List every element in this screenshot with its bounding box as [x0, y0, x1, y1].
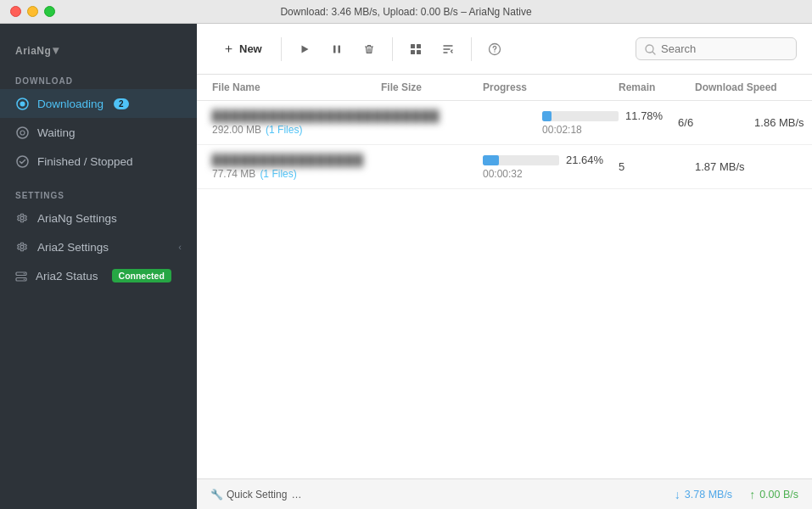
svg-rect-11 — [411, 44, 415, 48]
download-speed: ↓ 3.78 MB/s — [675, 488, 732, 501]
col-filename: File Name — [212, 81, 381, 93]
delete-button[interactable] — [355, 35, 384, 64]
aria2-status-label: Aria2 Status — [36, 270, 98, 282]
sidebar-item-finished[interactable]: Finished / Stopped — [0, 147, 197, 176]
table-content: ████████████████████████ 292.00 MB (1 Fi… — [197, 101, 812, 478]
filesize-row: 292.00 MB (1 Files) — [212, 124, 440, 136]
search-box — [636, 37, 797, 60]
downloading-icon — [15, 97, 29, 110]
sidebar-item-waiting[interactable]: Waiting — [0, 118, 197, 147]
progress-pct: 21.64% — [566, 154, 603, 166]
col-progress: Progress — [483, 81, 619, 93]
filesize-row: 77.74 MB (1 Files) — [212, 168, 381, 180]
ellipsis: … — [291, 489, 301, 501]
settings-section-label: Settings — [0, 184, 197, 204]
remain-text: 6/6 — [678, 116, 754, 129]
progress-bar — [542, 111, 619, 121]
chevron-left-icon: ‹ — [178, 242, 182, 252]
ariang-settings-label: AriaNg Settings — [37, 212, 117, 225]
sidebar-item-downloading[interactable]: Downloading 2 — [0, 89, 197, 118]
downloading-badge: 2 — [114, 98, 129, 109]
server-icon — [15, 269, 27, 282]
bottom-speeds: ↓ 3.78 MB/s ↑ 0.00 B/s — [675, 488, 798, 501]
new-button[interactable]: ＋ New — [212, 35, 272, 63]
progress-fill — [542, 111, 552, 121]
sidebar: AriaNg▾ Download Downloading 2 Waitin — [0, 24, 197, 509]
search-input[interactable] — [661, 42, 787, 55]
svg-point-2 — [17, 127, 28, 138]
bottom-bar: 🔧 Quick Setting … ↓ 3.78 MB/s ↑ 0.00 B/s — [197, 478, 812, 509]
maximize-btn[interactable] — [44, 6, 55, 17]
toolbar-divider-1 — [281, 37, 282, 61]
quick-setting[interactable]: 🔧 Quick Setting … — [210, 489, 301, 501]
svg-point-7 — [24, 273, 25, 275]
aria2-settings-label: Aria2 Settings — [37, 241, 109, 254]
svg-rect-12 — [417, 44, 421, 48]
svg-rect-10 — [338, 45, 340, 53]
filesize-text: 292.00 MB — [212, 124, 261, 136]
help-button[interactable] — [480, 35, 509, 64]
remain-cell: 6/6 — [678, 116, 754, 129]
filename-cell: ████████████████ 77.74 MB (1 Files) — [212, 154, 381, 180]
plus-icon: ＋ — [222, 41, 235, 57]
download-section-label: Download — [0, 70, 197, 89]
sort-button[interactable] — [434, 35, 462, 64]
table-row[interactable]: ████████████████████████ 292.00 MB (1 Fi… — [197, 101, 812, 145]
remain-cell: 5 — [619, 160, 695, 173]
toolbar: ＋ New — [197, 24, 812, 75]
filename-text: ████████████████ — [212, 154, 381, 166]
remain-text: 5 — [619, 160, 695, 173]
upload-arrow-icon: ↑ — [749, 488, 755, 501]
minimize-btn[interactable] — [27, 6, 38, 17]
svg-point-3 — [20, 131, 25, 135]
svg-rect-13 — [411, 50, 415, 54]
svg-rect-14 — [417, 50, 421, 54]
pause-button[interactable] — [322, 35, 351, 64]
file-links[interactable]: (1 Files) — [266, 124, 302, 136]
progress-cell: 11.78% 00:02:18 — [542, 109, 678, 136]
downloading-label: Downloading — [37, 98, 104, 110]
connected-badge: Connected — [112, 269, 171, 282]
sidebar-aria2-status: Aria2 Status Connected — [0, 261, 197, 290]
table-row[interactable]: ████████████████ 77.74 MB (1 Files) 21.6… — [197, 145, 812, 189]
filename-cell: ████████████████████████ 292.00 MB (1 Fi… — [212, 109, 440, 136]
speed-cell: 1.87 MB/s — [695, 160, 797, 173]
play-button[interactable] — [290, 35, 319, 64]
svg-point-1 — [20, 101, 25, 106]
progress-bar — [483, 155, 559, 165]
window-title: Download: 3.46 MB/s, Upload: 0.00 B/s – … — [280, 6, 531, 18]
col-remain: Remain — [619, 81, 695, 93]
col-speed: Download Speed — [695, 81, 797, 93]
filesize-text: 77.74 MB — [212, 168, 255, 180]
svg-point-8 — [24, 278, 25, 280]
waiting-icon — [15, 126, 29, 139]
toolbar-divider-2 — [392, 37, 393, 61]
table-header: File Name File Size Progress Remain Down… — [197, 75, 812, 101]
file-links[interactable]: (1 Files) — [260, 168, 296, 180]
download-arrow-icon: ↓ — [675, 488, 680, 501]
progress-time: 00:02:18 — [542, 124, 678, 136]
progress-fill — [483, 155, 499, 165]
progress-cell: 21.64% 00:00:32 — [483, 154, 619, 180]
upload-speed: ↑ 0.00 B/s — [749, 488, 798, 501]
finished-label: Finished / Stopped — [37, 155, 133, 168]
finished-icon — [15, 154, 29, 168]
view-toggle-button[interactable] — [401, 35, 430, 64]
sidebar-item-aria2-settings[interactable]: Aria2 Settings ‹ — [0, 232, 197, 261]
window-controls — [10, 6, 55, 17]
sidebar-item-ariang-settings[interactable]: AriaNg Settings — [0, 204, 197, 232]
progress-time: 00:00:32 — [483, 168, 619, 180]
filename-text: ████████████████████████ — [212, 109, 440, 122]
search-icon — [645, 42, 656, 55]
toolbar-divider-3 — [471, 37, 472, 61]
close-btn[interactable] — [10, 6, 21, 17]
gear-icon — [15, 211, 29, 225]
col-filesize: File Size — [381, 81, 483, 93]
gear2-icon — [15, 240, 29, 254]
svg-point-16 — [494, 51, 495, 52]
title-bar: Download: 3.46 MB/s, Upload: 0.00 B/s – … — [0, 0, 812, 24]
svg-rect-9 — [333, 45, 336, 53]
waiting-label: Waiting — [37, 126, 76, 139]
content-area: ＋ New — [197, 24, 812, 509]
wrench-icon: 🔧 — [210, 489, 223, 501]
